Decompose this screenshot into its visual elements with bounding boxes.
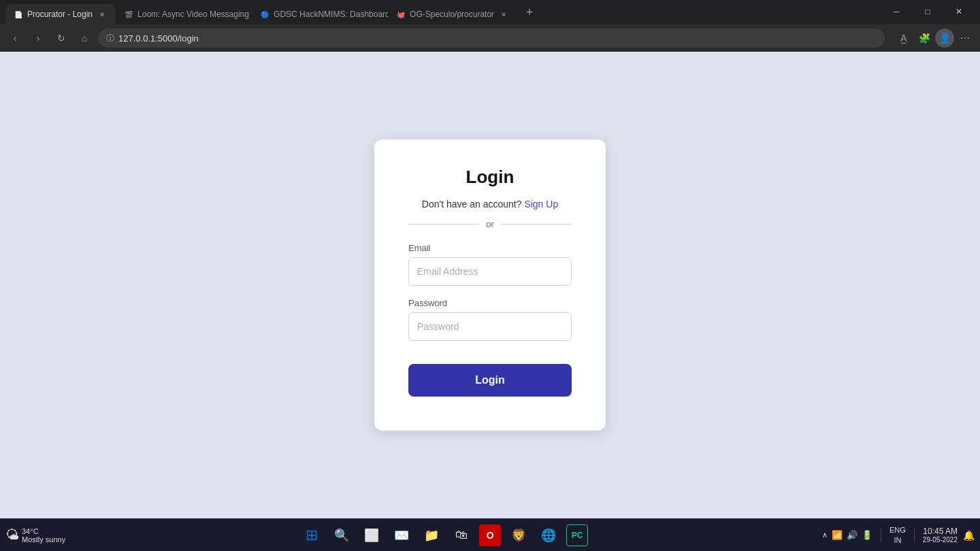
- login-button[interactable]: Login: [408, 364, 572, 397]
- tab-procurator[interactable]: 📄 Procurator - Login ✕: [5, 4, 116, 24]
- language-block: ENG IN: [889, 525, 906, 545]
- divider-right: [501, 224, 572, 224]
- toolbar-icons: A̲ 🧩 👤 ⋯: [894, 29, 975, 48]
- pycharm-app[interactable]: PC: [566, 524, 588, 546]
- login-title: Login: [408, 167, 572, 188]
- no-account-text: Don't have an account?: [422, 199, 522, 210]
- taskbar-right: ∧ 📶 🔊 🔋 ENG IN 10:45 AM 29-05-2022 🔔: [822, 525, 975, 545]
- language-eng: ENG: [889, 525, 906, 535]
- page-content: Login Don't have an account? Sign Up or …: [0, 52, 980, 518]
- maximize-button[interactable]: □: [912, 0, 943, 24]
- tab-close-procurator[interactable]: ✕: [97, 9, 108, 20]
- tab-favicon-loom: 🎬: [124, 10, 133, 19]
- menu-icon[interactable]: ⋯: [956, 29, 975, 48]
- tab-github[interactable]: 🐙 OG-Speculo/procurator ✕: [388, 4, 517, 24]
- taskbar: 🌤 34°C Mostly sunny ⊞ 🔍 ⬜ ✉️ 📁 🛍 O 🦁 🌐 P…: [0, 518, 980, 551]
- tab-loom[interactable]: 🎬 Loom: Async Video Messaging f... ✕: [116, 4, 252, 24]
- tab-favicon-gdsc: 🔵: [260, 10, 270, 19]
- mail-app[interactable]: ✉️: [389, 523, 414, 548]
- address-bar-row: ‹ › ↻ ⌂ ⓘ 127.0.0.1:5000/login A̲ 🧩 👤 ⋯: [0, 24, 980, 52]
- email-group: Email: [408, 243, 572, 286]
- chevron-up-icon[interactable]: ∧: [822, 531, 828, 539]
- battery-icon: 🔋: [862, 530, 872, 540]
- back-button[interactable]: ‹: [5, 29, 24, 48]
- windows-start-button[interactable]: ⊞: [299, 523, 324, 548]
- tab-label-github: OG-Speculo/procurator: [410, 10, 494, 19]
- divider-left: [408, 224, 479, 224]
- email-label: Email: [408, 243, 572, 253]
- task-view-app[interactable]: ⬜: [359, 523, 384, 548]
- taskbar-left: 🌤 34°C Mostly sunny: [5, 527, 65, 544]
- password-group: Password: [408, 298, 572, 341]
- signup-row: Don't have an account? Sign Up: [408, 199, 572, 210]
- brave-app[interactable]: 🦁: [506, 523, 531, 548]
- wifi-icon: 📶: [832, 530, 843, 540]
- divider-row: or: [408, 219, 572, 229]
- tab-favicon-procurator: 📄: [14, 10, 23, 19]
- email-input[interactable]: [408, 257, 572, 286]
- system-icons: ∧ 📶 🔊 🔋: [822, 530, 872, 540]
- password-label: Password: [408, 298, 572, 308]
- tab-label-gdsc: GDSC HackNMIMS: Dashboard: [274, 10, 388, 19]
- tab-favicon-github: 🐙: [396, 10, 406, 19]
- time-block: 10:45 AM 29-05-2022: [923, 527, 958, 544]
- search-app[interactable]: 🔍: [329, 523, 354, 548]
- new-tab-button[interactable]: +: [520, 3, 539, 22]
- weather-text: 34°C Mostly sunny: [22, 527, 65, 544]
- tab-bar: 📄 Procurator - Login ✕ 🎬 Loom: Async Vid…: [0, 0, 980, 24]
- taskbar-center: ⊞ 🔍 ⬜ ✉️ 📁 🛍 O 🦁 🌐 PC: [65, 523, 822, 548]
- translate-icon[interactable]: A̲: [894, 29, 913, 48]
- office-app[interactable]: O: [479, 524, 501, 546]
- window-controls: ─ □ ✕: [881, 0, 975, 24]
- speaker-icon: 🔊: [847, 530, 858, 540]
- or-text: or: [486, 219, 494, 229]
- login-card: Login Don't have an account? Sign Up or …: [374, 139, 606, 431]
- close-button[interactable]: ✕: [943, 0, 975, 24]
- profile-icon[interactable]: 👤: [935, 29, 954, 48]
- minimize-button[interactable]: ─: [881, 0, 912, 24]
- language-region: IN: [889, 535, 906, 545]
- tab-label-procurator: Procurator - Login: [27, 10, 93, 19]
- password-input[interactable]: [408, 312, 572, 341]
- date-display: 29-05-2022: [923, 536, 958, 544]
- tab-label-loom: Loom: Async Video Messaging f...: [137, 10, 252, 19]
- extensions-icon[interactable]: 🧩: [915, 29, 934, 48]
- tab-gdsc[interactable]: 🔵 GDSC HackNMIMS: Dashboard ✕: [252, 4, 388, 24]
- weather-desc: Mostly sunny: [22, 535, 65, 544]
- tab-close-github[interactable]: ✕: [498, 9, 509, 20]
- reload-button[interactable]: ↻: [52, 29, 71, 48]
- weather-icon: 🌤: [5, 527, 19, 543]
- edge-app[interactable]: 🌐: [536, 523, 561, 548]
- notification-icon[interactable]: 🔔: [963, 530, 975, 541]
- address-text: 127.0.0.1:5000/login: [118, 33, 199, 44]
- store-app[interactable]: 🛍: [449, 523, 474, 548]
- files-app[interactable]: 📁: [419, 523, 444, 548]
- signup-link[interactable]: Sign Up: [524, 199, 558, 210]
- forward-button[interactable]: ›: [29, 29, 48, 48]
- separator: [881, 529, 881, 542]
- weather-temp: 34°C: [22, 527, 65, 535]
- separator2: [914, 529, 915, 542]
- time-display: 10:45 AM: [923, 527, 958, 536]
- home-button[interactable]: ⌂: [75, 29, 94, 48]
- address-bar[interactable]: ⓘ 127.0.0.1:5000/login: [98, 29, 885, 48]
